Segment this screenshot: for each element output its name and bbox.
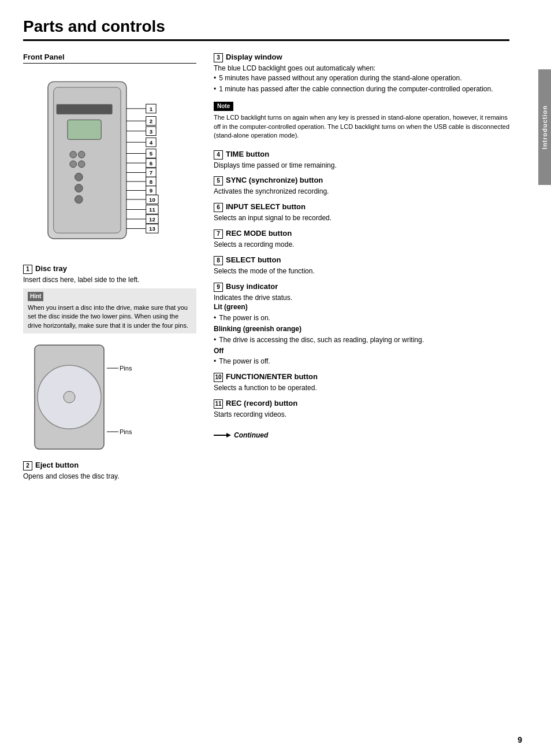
svg-point-9 xyxy=(75,184,83,192)
item-number-3: 3 xyxy=(214,53,223,62)
item-9-desc: Indicates the drive status. xyxy=(214,293,509,303)
svg-text:2: 2 xyxy=(150,118,152,124)
busy-off-text: • The power is off. xyxy=(214,357,509,366)
item-6-title: INPUT SELECT button xyxy=(226,202,306,211)
item-8-desc: Selects the mode of the function. xyxy=(214,266,509,276)
left-column: Front Panel xyxy=(23,53,196,487)
item-number-1: 1 xyxy=(23,265,32,274)
item-4-desc: Displays time passed or time remaining. xyxy=(214,161,509,171)
item-number-11: 11 xyxy=(214,399,223,409)
front-panel-illustration: 1 2 3 4 xyxy=(23,71,185,255)
svg-text:11: 11 xyxy=(149,206,155,213)
svg-text:3: 3 xyxy=(150,128,153,135)
item-input-select-button: 6 INPUT SELECT button Selects an input s… xyxy=(214,202,509,223)
item-rec-record-button: 11 REC (record) button Starts recording … xyxy=(214,399,509,420)
item-3-title: Display window xyxy=(226,53,282,61)
svg-marker-58 xyxy=(226,433,231,438)
svg-text:9: 9 xyxy=(150,187,153,194)
item-sync-button: 5 SYNC (synchronize) button Activates th… xyxy=(214,176,509,197)
item-number-4: 4 xyxy=(214,150,223,160)
svg-point-10 xyxy=(75,195,83,203)
item-1-desc: Insert discs here, label side to the lef… xyxy=(23,275,196,285)
item-number-2: 2 xyxy=(23,461,32,470)
item-11-desc: Starts recording videos. xyxy=(214,410,509,420)
svg-text:5: 5 xyxy=(150,150,153,157)
svg-point-6 xyxy=(70,161,77,168)
svg-text:10: 10 xyxy=(149,197,155,203)
item-5-desc: Activates the synchronized recording. xyxy=(214,187,509,197)
side-tab: Introduction xyxy=(538,69,551,185)
svg-text:4: 4 xyxy=(150,139,153,146)
item-function-enter-button: 10 FUNCTION/ENTER button Selects a funct… xyxy=(214,372,509,393)
svg-text:13: 13 xyxy=(149,225,155,232)
svg-rect-2 xyxy=(57,104,113,114)
front-panel-heading: Front Panel xyxy=(23,53,196,64)
busy-blinking-label: Blinking (greenish orange) xyxy=(214,324,509,334)
continued-label: Continued xyxy=(234,431,268,439)
svg-point-4 xyxy=(70,151,77,158)
item-eject-button: 2 Eject button Opens and closes the disc… xyxy=(23,461,196,481)
item-2-title: Eject button xyxy=(35,461,79,469)
page-title: Parts and controls xyxy=(23,17,509,41)
note-text: The LCD backlight turns on again when an… xyxy=(214,113,509,140)
svg-text:12: 12 xyxy=(149,216,155,223)
right-column: 3 Display window The blue LCD backlight … xyxy=(214,53,509,487)
note-box-display: Note The LCD backlight turns on again wh… xyxy=(214,98,509,143)
item-time-button: 4 TIME button Displays time passed or ti… xyxy=(214,150,509,171)
item-busy-indicator: 9 Busy indicator Indicates the drive sta… xyxy=(214,282,509,367)
svg-text:7: 7 xyxy=(150,169,152,176)
item-11-title: REC (record) button xyxy=(226,399,297,407)
svg-rect-3 xyxy=(68,120,101,139)
hint-text: When you insert a disc into the drive, m… xyxy=(28,303,192,330)
svg-text:Pins: Pins xyxy=(120,365,132,372)
item-7-desc: Selects a recording mode. xyxy=(214,240,509,250)
item-display-window: 3 Display window The blue LCD backlight … xyxy=(214,53,509,144)
item-rec-mode-button: 7 REC MODE button Selects a recording mo… xyxy=(214,229,509,250)
item-4-title: TIME button xyxy=(226,150,269,158)
item-number-5: 5 xyxy=(214,176,223,186)
continued-footer: Continued xyxy=(214,431,509,439)
item-3-bullet-2: • 1 minute has passed after the cable co… xyxy=(214,84,509,94)
svg-point-52 xyxy=(64,391,75,403)
svg-point-8 xyxy=(75,173,83,181)
busy-lit-text: • The power is on. xyxy=(214,313,509,323)
item-10-desc: Selects a function to be operated. xyxy=(214,383,509,393)
item-2-desc: Opens and closes the disc tray. xyxy=(23,472,196,481)
svg-text:6: 6 xyxy=(150,160,153,166)
svg-text:8: 8 xyxy=(150,179,153,185)
continued-arrow-icon xyxy=(214,432,231,439)
item-10-title: FUNCTION/ENTER button xyxy=(226,372,318,381)
item-disc-tray: 1 Disc tray Insert discs here, label sid… xyxy=(23,264,196,333)
disc-illustration: Pins Pins xyxy=(23,339,139,455)
item-8-title: SELECT button xyxy=(226,255,281,264)
item-5-title: SYNC (synchronize) button xyxy=(226,176,323,184)
svg-point-5 xyxy=(78,151,85,158)
busy-lit-label: Lit (green) xyxy=(214,302,509,312)
svg-text:Pins: Pins xyxy=(120,428,132,435)
item-number-9: 9 xyxy=(214,283,223,292)
item-select-button: 8 SELECT button Selects the mode of the … xyxy=(214,255,509,276)
hint-box-disc-tray: Hint When you insert a disc into the dri… xyxy=(23,288,196,333)
busy-blinking-text: • The drive is accessing the disc, such … xyxy=(214,335,509,345)
item-6-desc: Selects an input signal to be recorded. xyxy=(214,213,509,223)
svg-point-7 xyxy=(78,161,85,168)
item-number-6: 6 xyxy=(214,203,223,212)
svg-text:1: 1 xyxy=(150,106,153,112)
item-3-desc: The blue LCD backlight goes out automati… xyxy=(214,64,509,73)
note-label: Note xyxy=(214,102,233,111)
page-number: 9 xyxy=(518,735,522,744)
item-number-10: 10 xyxy=(214,373,223,382)
item-number-8: 8 xyxy=(214,256,223,265)
item-9-title: Busy indicator xyxy=(226,282,278,291)
busy-off-label: Off xyxy=(214,346,509,356)
side-tab-text: Introduction xyxy=(541,105,548,149)
item-3-bullet-1: • 5 minutes have passed without any oper… xyxy=(214,73,509,83)
hint-label: Hint xyxy=(28,292,43,301)
item-1-title: Disc tray xyxy=(35,264,67,273)
item-7-title: REC MODE button xyxy=(226,229,292,238)
item-number-7: 7 xyxy=(214,229,223,239)
